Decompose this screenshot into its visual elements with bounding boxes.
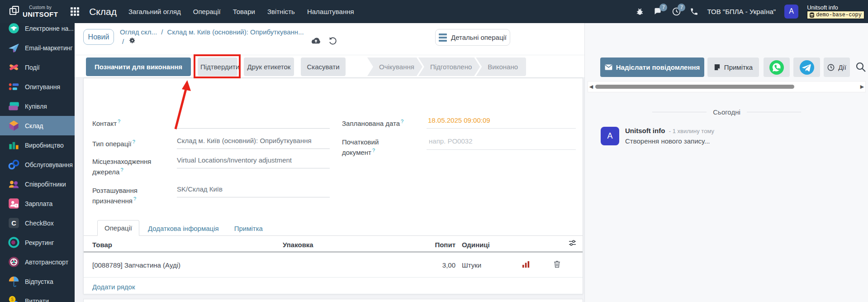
- col-uom[interactable]: Одиниці: [455, 241, 537, 249]
- phone-icon[interactable]: [690, 7, 698, 16]
- topbar-right: 7 7 ТОВ "БПЛА - Україна" A Unitsoft info…: [636, 4, 868, 19]
- sidebar-item-purchase[interactable]: Купівля: [0, 96, 75, 116]
- source-location-underline: [177, 168, 330, 168]
- telegram-button[interactable]: [793, 58, 820, 77]
- tab-additional-info[interactable]: Додаткова інформація: [141, 221, 226, 236]
- scroll-right-arrow[interactable]: ▶: [859, 84, 865, 90]
- menu-settings[interactable]: Налаштування: [307, 8, 354, 15]
- contact-input[interactable]: [177, 116, 326, 125]
- sidebar-item-inventory[interactable]: Склад: [0, 116, 75, 135]
- apps-grid-icon[interactable]: [71, 7, 79, 16]
- breadcrumb-current[interactable]: Склад м. Київ (основний): Оприбуткуванн.…: [167, 28, 304, 36]
- notebook-tabs: Операції Додаткова інформація Примітка: [84, 219, 583, 236]
- sidebar-item-email-marketing[interactable]: Email-маркетинг: [0, 38, 75, 58]
- cloud-save-icon[interactable]: [310, 37, 322, 47]
- help-marker: ?: [133, 139, 135, 144]
- sidebar-item-maintenance[interactable]: Обслуговування: [0, 155, 75, 174]
- search-messages-icon[interactable]: [855, 62, 866, 74]
- new-button[interactable]: Новий: [83, 29, 114, 45]
- help-marker: ?: [401, 119, 403, 124]
- move-line-row[interactable]: [0088789] Запчастина (Ауді) 3,00 Штуки: [84, 253, 583, 278]
- inventory-icon: [8, 120, 20, 132]
- scheduled-date-underline: [427, 128, 576, 129]
- activities-button[interactable]: Дії: [824, 58, 850, 77]
- logo-custom-by: Custom by: [23, 5, 58, 10]
- chatter-message: A Unitsoft info - 1 хвилину тому Створен…: [601, 127, 714, 145]
- gear-icon[interactable]: [129, 37, 136, 46]
- activities-clock-icon[interactable]: 7: [672, 7, 681, 16]
- step-done[interactable]: Виконано: [476, 58, 526, 76]
- sidebar-item-recruitment[interactable]: Рекрутинг: [0, 233, 75, 252]
- sidebar-item-fleet[interactable]: Автотранспорт: [0, 252, 75, 272]
- messages-icon[interactable]: 7: [653, 7, 663, 16]
- app-root: Custom by UNITSOFT Склад Загальний огляд…: [0, 0, 868, 302]
- scheduled-date-value[interactable]: 18.05.2025 09:00:09: [428, 116, 490, 124]
- send-message-button[interactable]: Надіслати повідомлення: [600, 58, 704, 77]
- cell-product: [0088789] Запчастина (Ауді): [92, 261, 283, 269]
- source-document-input[interactable]: [428, 137, 573, 145]
- sidebar-item-manufacturing[interactable]: Виробництво: [0, 135, 75, 155]
- step-ready[interactable]: Підготовлено: [418, 58, 480, 76]
- breadcrumb-line1: Огляд скл... / Склад м. Київ (основний):…: [120, 28, 304, 36]
- menu-reporting[interactable]: Звітність: [267, 8, 295, 15]
- sidebar-item-expenses[interactable]: $ Витрати: [0, 291, 75, 302]
- forecast-chart-icon[interactable]: [522, 261, 530, 270]
- app-title[interactable]: Склад: [89, 6, 117, 17]
- row-actions: [519, 253, 583, 278]
- messages-badge: 7: [659, 4, 667, 11]
- mark-as-todo-button[interactable]: Позначити для виконання: [86, 58, 191, 76]
- unitsoft-logo[interactable]: Custom by UNITSOFT: [9, 5, 58, 18]
- company-switcher[interactable]: ТОВ "БПЛА - Україна": [707, 8, 776, 15]
- step-waiting[interactable]: Очікування: [367, 58, 422, 76]
- discard-undo-icon[interactable]: [328, 37, 337, 47]
- log-note-button[interactable]: Примітка: [707, 58, 759, 77]
- top-menu: Загальний огляд Операції Товари Звітніст…: [128, 8, 354, 15]
- sidebar-list: Електронне на... Email-маркетинг Події О…: [0, 23, 75, 302]
- user-avatar[interactable]: A: [784, 5, 798, 19]
- operation-type-value[interactable]: Склад м. Київ (основний): Оприбуткування: [177, 137, 312, 144]
- col-packaging[interactable]: Упаковка: [283, 241, 418, 249]
- sidebar-item-surveys[interactable]: Опитування: [0, 77, 75, 96]
- add-line-link[interactable]: Додати рядок: [92, 283, 135, 291]
- log-note-label: Примітка: [724, 63, 753, 71]
- user-menu[interactable]: Unitsoft info demo-base-copy: [807, 4, 864, 19]
- sidebar-item-label: Email-маркетинг: [25, 44, 73, 52]
- tab-note[interactable]: Примітка: [228, 221, 270, 236]
- tab-operations[interactable]: Операції: [97, 220, 139, 236]
- whatsapp-button[interactable]: [764, 58, 790, 77]
- delete-row-trash-icon[interactable]: [554, 260, 560, 270]
- scroll-left-arrow[interactable]: ◀: [588, 84, 594, 90]
- sidebar-item-employees[interactable]: Співробітники: [0, 174, 75, 194]
- maintenance-icon: [8, 158, 20, 171]
- sidebar-item-elearning[interactable]: Електронне на...: [0, 23, 75, 38]
- sidebar-item-timeoff[interactable]: Відпустка: [0, 272, 75, 291]
- next-card-edge: [83, 299, 583, 302]
- help-marker: ?: [372, 148, 375, 153]
- sidebar-item-label: Електронне на...: [25, 25, 74, 32]
- send-message-label: Надіслати повідомлення: [616, 63, 700, 71]
- sidebar-item-label: CheckBox: [25, 220, 54, 227]
- print-labels-button[interactable]: Друк етикеток: [244, 58, 294, 76]
- status-steps: Чернетка Очікування Підготовлено Виконан…: [370, 58, 526, 76]
- cancel-button[interactable]: Скасувати: [301, 58, 346, 76]
- col-demand[interactable]: Попит: [418, 241, 455, 249]
- menu-operations[interactable]: Операції: [193, 8, 221, 15]
- annotation-arrow: [167, 79, 199, 134]
- message-author[interactable]: Unitsoft info: [625, 127, 665, 134]
- sidebar-item-events[interactable]: Події: [0, 58, 75, 77]
- sidebar-item-checkbox[interactable]: C CheckBox: [0, 213, 75, 233]
- optional-columns-icon[interactable]: [569, 240, 576, 248]
- purchase-icon: [8, 100, 20, 112]
- sidebar-item-payroll[interactable]: 5 Зарплата: [0, 194, 75, 213]
- source-location-value[interactable]: Virtual Locations/Inventory adjustment: [177, 156, 292, 164]
- scrollbar-thumb[interactable]: [595, 85, 794, 89]
- menu-overview[interactable]: Загальний огляд: [128, 8, 181, 15]
- sidebar-item-label: Рекрутинг: [25, 239, 54, 246]
- breadcrumb-parent[interactable]: Огляд скл...: [120, 28, 157, 36]
- detailed-operations-button[interactable]: Детальні операції: [435, 29, 510, 46]
- dest-location-value[interactable]: SK/Склад Київ: [177, 185, 223, 193]
- col-product[interactable]: Товар: [92, 241, 283, 249]
- debug-bug-icon[interactable]: [636, 7, 644, 16]
- menu-products[interactable]: Товари: [233, 8, 255, 15]
- expenses-icon: $: [8, 295, 20, 302]
